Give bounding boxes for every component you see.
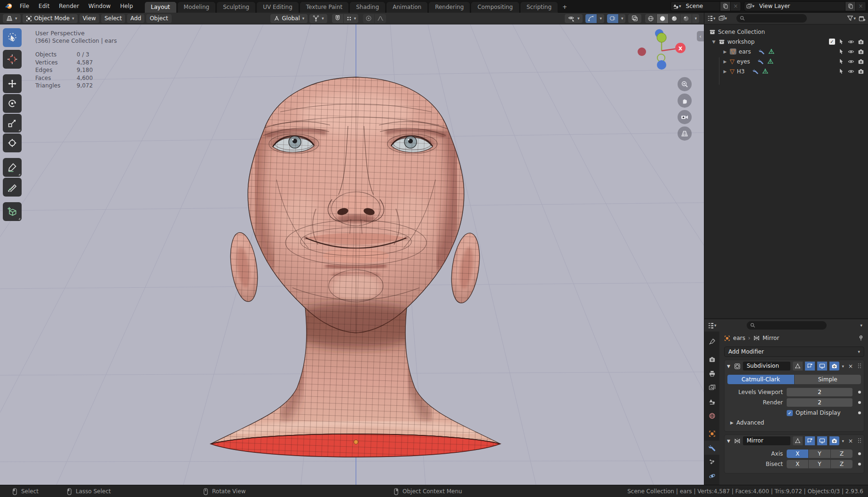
shading-solid-button[interactable]: [657, 14, 668, 23]
advanced-section[interactable]: ▶ Advanced: [727, 418, 861, 427]
tab-compositing[interactable]: Compositing: [471, 1, 519, 13]
tab-modifiers[interactable]: [704, 441, 719, 455]
modifier-name-field[interactable]: Subdivision: [743, 362, 790, 371]
tab-physics[interactable]: [704, 469, 719, 483]
on-cage-toggle[interactable]: [805, 436, 815, 445]
tab-particles[interactable]: [704, 455, 719, 469]
scene-icon[interactable]: ▾: [671, 3, 683, 9]
show-gizmos-toggle[interactable]: [585, 14, 597, 23]
proportional-falloff-button[interactable]: [375, 14, 386, 23]
snap-target-button[interactable]: ▾: [344, 14, 359, 23]
tool-scale[interactable]: [3, 114, 22, 133]
transform-orientation[interactable]: Global▾: [270, 14, 308, 23]
menu-edit[interactable]: Edit: [34, 1, 54, 11]
hide-viewport-icon[interactable]: [848, 58, 854, 65]
animate-dot[interactable]: [858, 452, 861, 455]
pin-icon[interactable]: [858, 335, 864, 341]
delete-modifier-button[interactable]: ×: [846, 363, 855, 370]
object-visibility-button[interactable]: ▾: [565, 14, 583, 23]
disable-render-icon[interactable]: [858, 48, 864, 55]
mesh-data-icon[interactable]: [767, 58, 773, 64]
animate-dot[interactable]: [858, 463, 861, 465]
filter-display-button[interactable]: ▾: [718, 15, 727, 22]
mode-selector[interactable]: Object Mode▾: [23, 14, 78, 23]
hide-viewport-icon[interactable]: [848, 48, 854, 55]
bisect-y-button[interactable]: Y: [809, 460, 830, 468]
animate-dot[interactable]: [858, 401, 861, 404]
on-cage-toggle[interactable]: [805, 362, 815, 371]
3d-viewport[interactable]: User Perspective (366) Scene Collection …: [0, 24, 704, 485]
tool-rotate[interactable]: [3, 94, 22, 113]
menu-view[interactable]: View: [79, 14, 99, 23]
disable-render-icon[interactable]: [858, 39, 864, 45]
delete-modifier-button[interactable]: ×: [846, 438, 855, 444]
xray-toggle[interactable]: [628, 14, 641, 23]
animate-dot[interactable]: [858, 411, 861, 414]
simple-button[interactable]: Simple: [795, 375, 861, 384]
add-modifier-button[interactable]: Add Modifier▾: [724, 347, 864, 357]
tab-modeling[interactable]: Modeling: [177, 1, 216, 13]
expand-h3-icon[interactable]: ▶: [722, 69, 728, 74]
tool-3d-cursor[interactable]: [3, 50, 22, 69]
view-layer-icon[interactable]: ▾: [744, 3, 757, 9]
tool-select-tweak[interactable]: [3, 28, 22, 47]
modifier-wrench-icon[interactable]: [758, 48, 765, 55]
properties-search[interactable]: [747, 321, 827, 330]
workshop-checkbox[interactable]: ✓: [829, 39, 835, 45]
add-workspace-button[interactable]: +: [559, 2, 571, 13]
modifier-name-field[interactable]: Mirror: [743, 436, 790, 445]
new-collection-button[interactable]: [859, 15, 866, 22]
hide-viewport-icon[interactable]: [848, 68, 854, 75]
snap-toggle[interactable]: [332, 14, 343, 23]
axis-z-button[interactable]: Z: [831, 450, 852, 458]
optimal-display-checkbox[interactable]: ✓: [787, 410, 793, 416]
render-display-toggle[interactable]: [829, 362, 839, 371]
modifier-wrench-icon[interactable]: [752, 68, 758, 74]
modifier-extras-dropdown[interactable]: ▾: [842, 439, 844, 443]
tab-shading[interactable]: Shading: [349, 1, 386, 13]
menu-window[interactable]: Window: [84, 1, 115, 11]
tab-output[interactable]: [704, 366, 719, 380]
breadcrumb-modifier[interactable]: Mirror: [763, 335, 779, 341]
editor-type-button[interactable]: ▾: [3, 14, 21, 23]
tool-move[interactable]: [3, 74, 22, 93]
object-icon[interactable]: [724, 335, 730, 341]
bisect-x-button[interactable]: X: [787, 460, 808, 468]
camera-view-button[interactable]: [678, 110, 692, 124]
remove-view-layer-button[interactable]: ×: [855, 1, 866, 11]
properties-options-dropdown[interactable]: ▾: [860, 323, 862, 328]
tab-rendering[interactable]: Rendering: [428, 1, 470, 13]
pan-button[interactable]: [678, 94, 692, 108]
axis-y-button[interactable]: Y: [809, 450, 830, 458]
tab-animation[interactable]: Animation: [386, 1, 428, 13]
edit-mode-display-toggle[interactable]: [793, 436, 803, 445]
selectable-icon[interactable]: [838, 48, 844, 55]
shading-wireframe-button[interactable]: [645, 14, 656, 23]
render-levels-field[interactable]: 2: [787, 398, 852, 407]
tool-add-cube[interactable]: [3, 202, 22, 221]
tab-uv-editing[interactable]: UV Editing: [256, 1, 299, 13]
menu-select[interactable]: Select: [101, 14, 125, 23]
tab-scripting[interactable]: Scripting: [520, 1, 558, 13]
tool-measure[interactable]: [3, 178, 22, 197]
selectable-icon[interactable]: [838, 68, 844, 74]
breadcrumb-object[interactable]: ears: [733, 335, 745, 341]
tab-view-layer[interactable]: [704, 380, 719, 394]
menu-file[interactable]: File: [15, 1, 34, 11]
scene-name[interactable]: Scene: [683, 3, 720, 9]
bisect-z-button[interactable]: Z: [831, 460, 852, 468]
view-layer-name[interactable]: View Layer: [757, 3, 845, 9]
menu-object[interactable]: Object: [146, 14, 171, 23]
collapse-icon[interactable]: ▼: [727, 364, 732, 369]
perspective-toggle-button[interactable]: [678, 126, 692, 141]
unlink-scene-button[interactable]: ×: [730, 1, 741, 11]
menu-add[interactable]: Add: [127, 14, 144, 23]
subdivision-panel-header[interactable]: ▼ Subdivision ▾ ×: [725, 360, 864, 372]
hide-viewport-icon[interactable]: [848, 39, 854, 45]
mesh-data-icon[interactable]: [762, 68, 768, 74]
tool-transform[interactable]: [3, 134, 22, 152]
show-overlays-toggle[interactable]: [607, 14, 618, 23]
row-scene-collection[interactable]: Scene Collection: [704, 27, 868, 37]
menu-help[interactable]: Help: [115, 1, 137, 11]
mesh-data-icon[interactable]: [768, 48, 774, 55]
